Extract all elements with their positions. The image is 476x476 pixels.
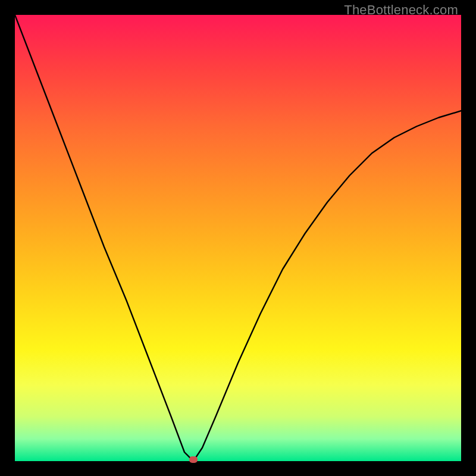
optimal-marker (189, 456, 198, 463)
bottleneck-curve (15, 15, 461, 461)
curve-path (15, 15, 461, 461)
chart-frame: TheBottleneck.com (0, 0, 476, 476)
plot-area (15, 15, 461, 461)
